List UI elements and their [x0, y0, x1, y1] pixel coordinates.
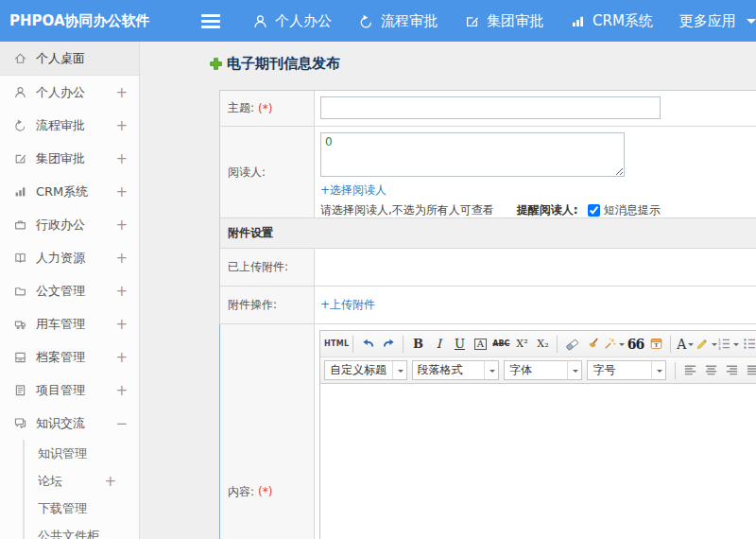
nav-label: 集团审批	[487, 12, 543, 30]
subject-input[interactable]	[320, 96, 661, 119]
nav-group-approval[interactable]: 集团审批	[464, 12, 543, 30]
menu-toggle-icon[interactable]	[201, 14, 220, 28]
edit-icon	[464, 13, 480, 29]
sidebar-item-process-approval[interactable]: 流程审批+	[0, 109, 139, 142]
expand-toggle-icon[interactable]: +	[115, 382, 128, 399]
subscript-button[interactable]: X₂	[532, 334, 553, 355]
eraser-icon[interactable]	[561, 334, 582, 355]
expand-toggle-icon[interactable]: +	[104, 473, 116, 490]
nav-more-apps[interactable]: 更多应用	[679, 12, 756, 30]
remove-format-button[interactable]: A	[470, 334, 490, 355]
underline-button[interactable]: U	[449, 334, 470, 355]
blockquote-button[interactable]: 66	[625, 334, 645, 355]
select-readers-link[interactable]: +选择阅读人	[320, 183, 387, 199]
sms-remind-checkbox[interactable]	[588, 204, 600, 217]
autotypeset-icon[interactable]	[603, 334, 625, 355]
unordered-list-icon[interactable]	[739, 334, 756, 355]
expand-toggle-icon[interactable]: +	[115, 349, 128, 366]
chevron-down-icon	[484, 361, 498, 379]
sidebar-item-label: 人力资源	[36, 250, 115, 267]
upload-attachment-link[interactable]: +上传附件	[320, 297, 375, 313]
sidebar-subitem-public-file-cabinet[interactable]: 公共文件柜	[25, 522, 139, 539]
redo-icon[interactable]	[378, 334, 399, 355]
bold-button[interactable]: B	[407, 334, 428, 355]
sidebar-subitem-label: 下载管理	[38, 500, 87, 517]
expand-toggle-icon[interactable]: +	[115, 250, 128, 267]
paragraph-format-select[interactable]: 段落格式	[412, 360, 499, 380]
ordered-list-icon[interactable]: 123	[717, 334, 739, 355]
expand-toggle-icon[interactable]: +	[115, 283, 128, 300]
readers-label-cell: 阅读人:	[220, 127, 315, 217]
topbar: PHPOA协同办公软件 个人办公流程审批集团审批CRM系统更多应用	[0, 0, 756, 42]
subject-label-cell: 主题: (*)	[220, 91, 315, 126]
expand-toggle-icon[interactable]: +	[115, 183, 128, 200]
sidebar-item-group-approval[interactable]: 集团审批+	[0, 142, 139, 175]
expand-toggle-icon[interactable]: +	[115, 117, 128, 134]
nav-label: 个人办公	[275, 12, 332, 30]
nav-process-approval[interactable]: 流程审批	[358, 12, 438, 30]
nav-personal-office[interactable]: 个人办公	[252, 12, 332, 30]
expand-toggle-icon[interactable]: +	[115, 84, 128, 101]
sidebar-subitem-download-mgmt[interactable]: 下载管理	[25, 495, 139, 522]
sidebar-item-admin-office[interactable]: 行政办公+	[0, 208, 139, 241]
custom-title-select[interactable]: 自定义标题	[324, 360, 407, 380]
sidebar-item-label: 集团审批	[36, 150, 115, 167]
readers-textarea[interactable]: 0	[320, 132, 625, 177]
expand-toggle-icon[interactable]: +	[115, 217, 128, 234]
highlight-color-icon[interactable]	[696, 334, 717, 355]
sidebar-item-label: CRM系统	[36, 183, 115, 200]
toolbar-separator	[403, 336, 404, 353]
justify-icon[interactable]	[742, 360, 756, 381]
align-right-icon[interactable]	[721, 360, 742, 381]
editor-content-area[interactable]	[320, 383, 756, 539]
format-painter-icon[interactable]	[582, 334, 603, 355]
knowledge-exchange-submenu: 知识管理论坛+下载管理公共文件柜	[23, 440, 139, 539]
toolbar-separator	[557, 336, 558, 353]
sidebar-item-project-mgmt[interactable]: 项目管理+	[0, 374, 139, 407]
attachment-section-row: 附件设置	[219, 218, 756, 249]
align-left-icon[interactable]	[679, 360, 700, 381]
alignL-svg	[683, 363, 697, 377]
sidebar-item-human-resources[interactable]: 人力资源+	[0, 241, 139, 274]
expand-toggle-icon[interactable]: +	[115, 316, 128, 333]
html-source-button[interactable]: HTML	[324, 334, 349, 355]
required-mark: (*)	[258, 102, 272, 115]
rich-text-editor: HTMLBIUAABCX²X₂66TA123 自定义标题段落格式字体字号	[319, 330, 756, 539]
editor-toolbar-row1: HTMLBIUAABCX²X₂66TA123	[320, 331, 756, 356]
sidebar-item-archive-mgmt[interactable]: 档案管理+	[0, 340, 139, 374]
font-size-select[interactable]: 字号	[587, 360, 666, 380]
process-svg	[13, 118, 27, 132]
font-family-select[interactable]: 字体	[504, 360, 583, 380]
expand-toggle-icon[interactable]: −	[115, 415, 128, 432]
insert-date-icon[interactable]: T	[645, 334, 666, 355]
attachment-section-title: 附件设置	[220, 218, 756, 248]
align-center-icon[interactable]	[700, 360, 721, 381]
superscript-button[interactable]: X²	[511, 334, 532, 355]
sidebar-item-label: 公文管理	[36, 283, 115, 300]
sidebar-subitem-forum[interactable]: 论坛+	[25, 467, 139, 495]
sidebar-subitem-knowledge-mgmt[interactable]: 知识管理	[25, 440, 139, 467]
page-title: 电子期刊信息发布	[227, 55, 340, 73]
sidebar-item-document-mgmt[interactable]: 公文管理+	[0, 274, 139, 307]
content-label: 内容:	[228, 484, 254, 500]
top-nav: 个人办公流程审批集团审批CRM系统更多应用	[252, 12, 756, 30]
sidebar-item-vehicle-mgmt[interactable]: 用车管理+	[0, 307, 139, 340]
sidebar-item-knowledge-exchange[interactable]: 知识交流−	[0, 407, 139, 440]
italic-button[interactable]: I	[428, 334, 449, 355]
nav-label: 流程审批	[381, 12, 438, 30]
process-icon	[13, 118, 36, 132]
alignJ-svg	[746, 363, 756, 377]
readers-label: 阅读人:	[228, 165, 266, 181]
content-value-cell: HTMLBIUAABCX²X₂66TA123 自定义标题段落格式字体字号	[315, 324, 756, 539]
sidebar: 个人桌面个人办公+流程审批+集团审批+CRM系统+行政办公+人力资源+公文管理+…	[0, 42, 140, 539]
sidebar-item-personal-office[interactable]: 个人办公+	[0, 76, 139, 109]
sidebar-item-personal-desktop[interactable]: 个人桌面	[0, 42, 139, 76]
nav-crm-system[interactable]: CRM系统	[570, 12, 653, 30]
chat-icon	[13, 416, 36, 430]
sidebar-item-crm-system[interactable]: CRM系统+	[0, 175, 139, 208]
font-color-button[interactable]: A	[675, 334, 696, 355]
dateT-svg: T	[649, 337, 663, 351]
undo-icon[interactable]	[357, 334, 378, 355]
expand-toggle-icon[interactable]: +	[115, 150, 128, 167]
strikethrough-button[interactable]: ABC	[490, 334, 511, 355]
